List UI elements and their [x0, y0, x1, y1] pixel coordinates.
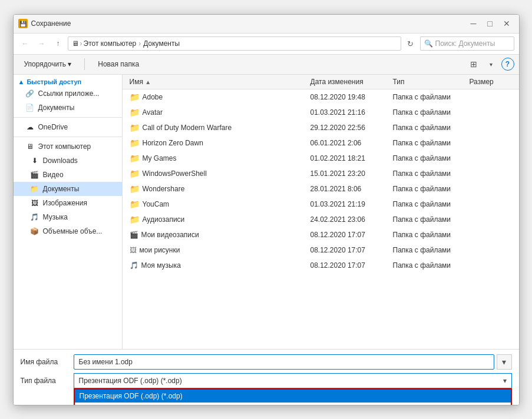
help-button[interactable]: ? [501, 58, 514, 71]
images-icon: 🖼 [30, 198, 39, 208]
file-date-cell: 15.01.2021 23:20 [308, 169, 391, 178]
view-dropdown-button[interactable]: ▾ [484, 56, 499, 72]
filename-input[interactable] [74, 354, 494, 370]
table-row[interactable]: 📁Adobe 08.12.2020 19:48 Папка с файлами [123, 89, 519, 105]
address-separator1: › [80, 39, 82, 48]
this-pc-icon: 🖥 [25, 142, 35, 151]
sidebar-item-documents2[interactable]: 📁 Документы [14, 182, 122, 196]
file-type-cell: Папка с файлами [391, 139, 467, 147]
address-separator2: › [138, 39, 141, 48]
sidebar-item-onedrive[interactable]: ☁ OneDrive [14, 120, 122, 134]
refresh-button[interactable]: ↻ [404, 36, 418, 51]
minimize-button[interactable]: ─ [466, 16, 481, 31]
new-folder-button[interactable]: Новая папка [92, 56, 145, 72]
table-row[interactable]: 🎵Моя музыка 08.12.2020 17:07 Папка с фай… [123, 258, 519, 273]
dropdown-option[interactable]: Шаблон презентации ODF (.otp) (*.otp) [75, 403, 511, 405]
sidebar-item-images[interactable]: 🖼 Изображения [14, 196, 122, 210]
file-type-cell: Папка с файлами [391, 93, 467, 101]
search-icon: 🔍 [424, 39, 433, 48]
table-row[interactable]: 📁Horizon Zero Dawn 06.01.2021 2:06 Папка… [123, 135, 519, 151]
sort-arrow: ▲ [145, 79, 151, 85]
toolbar-separator [84, 58, 85, 70]
file-date-cell: 29.12.2020 22:56 [308, 124, 391, 132]
file-name-cell: 🎵Моя музыка [127, 261, 308, 270]
sidebar-item-label: Документы [38, 104, 75, 112]
search-placeholder: Поиск: Документы [435, 39, 495, 48]
search-box[interactable]: 🔍 Поиск: Документы [420, 36, 514, 51]
folder-icon: 📁 [130, 184, 140, 194]
main-content: ▲ Быстрый доступ 🔗 Ссылки приложе... 📄 Д… [14, 75, 519, 349]
table-row[interactable]: 📁Call of Duty Modern Warfare 29.12.2020 … [123, 120, 519, 135]
filetype-dropdown-wrapper: Презентация ODF (.odp) (*.odp) ▾ Презент… [74, 373, 512, 388]
up-button[interactable]: ↑ [51, 36, 65, 51]
file-date-cell: 08.12.2020 17:07 [308, 261, 391, 270]
table-row[interactable]: 📁Аудиозаписи 24.02.2021 23:06 Папка с фа… [123, 212, 519, 227]
file-name-cell: 📁YouCam [127, 199, 308, 209]
sidebar-item-documents[interactable]: 📄 Документы [14, 101, 122, 115]
maximize-button[interactable]: □ [483, 16, 498, 31]
forward-button[interactable]: → [35, 36, 49, 51]
organize-button[interactable]: Упорядочить ▾ [18, 56, 78, 72]
table-row[interactable]: 📁WindowsPowerShell 15.01.2021 23:20 Папк… [123, 166, 519, 181]
file-list-header: Имя ▲ Дата изменения Тип Размер [123, 75, 519, 89]
window-controls: ─ □ ✕ [466, 16, 514, 31]
file-type-cell: Папка с файлами [391, 185, 467, 193]
file-name-cell: 🖼мои рисунки [127, 246, 308, 254]
header-name[interactable]: Имя ▲ [127, 75, 308, 89]
table-row[interactable]: 📁YouCam 01.03.2021 21:19 Папка с файлами [123, 197, 519, 212]
sidebar: ▲ Быстрый доступ 🔗 Ссылки приложе... 📄 Д… [14, 75, 123, 349]
table-row[interactable]: 🎬Мои видеозаписи 08.12.2020 17:07 Папка … [123, 227, 519, 242]
video-folder-icon: 🎬 [130, 231, 138, 239]
header-type[interactable]: Тип [391, 75, 467, 89]
file-type-cell: Папка с файлами [391, 261, 467, 270]
toolbar-right: ⊞ ▾ ? [466, 56, 514, 72]
view-options-button[interactable]: ⊞ [466, 56, 481, 72]
filetype-label: Тип файла [21, 377, 74, 385]
table-row[interactable]: 🖼мои рисунки 08.12.2020 17:07 Папка с фа… [123, 242, 519, 258]
folder-icon: 📁 [130, 138, 140, 148]
window-title: Сохранение [31, 19, 466, 28]
filename-dropdown-btn[interactable]: ▾ [497, 354, 512, 370]
sidebar-item-label: Видео [43, 171, 64, 179]
address-path[interactable]: 🖥 › Этот компьютер › Документы [68, 36, 401, 51]
address-folder-icon: 🖥 [72, 39, 79, 48]
file-name-cell: 📁Аудиозаписи [127, 215, 308, 224]
file-date-cell: 08.12.2020 17:07 [308, 246, 391, 254]
filetype-dropdown[interactable]: Презентация ODF (.odp) (*.odp) ▾ [74, 373, 512, 388]
back-button[interactable]: ← [18, 36, 32, 51]
folder-icon: 📁 [130, 199, 140, 209]
sidebar-item-label: Этот компьютер [38, 142, 91, 151]
table-row[interactable]: 📁My Games 01.02.2021 18:21 Папка с файла… [123, 151, 519, 166]
header-date[interactable]: Дата изменения [308, 75, 391, 89]
header-size[interactable]: Размер [467, 75, 514, 89]
quick-access-label: Быстрый доступ [27, 78, 81, 85]
sidebar-item-label: Документы [43, 185, 80, 193]
table-row[interactable]: 📁Avatar 01.03.2021 21:16 Папка с файлами [123, 105, 519, 120]
sidebar-item-video[interactable]: 🎬 Видео [14, 168, 122, 182]
sidebar-item-music[interactable]: 🎵 Музыка [14, 210, 122, 224]
quick-access-header[interactable]: ▲ Быстрый доступ [14, 75, 122, 87]
folder-icon: 📁 [130, 154, 140, 163]
quick-access-arrow: ▲ [18, 78, 25, 85]
filename-row: Имя файла ▾ [21, 354, 512, 370]
sidebar-item-label: Downloads [43, 157, 78, 165]
window-icon: 💾 [18, 19, 28, 28]
file-type-cell: Папка с файлами [391, 231, 467, 239]
sidebar-item-this-pc[interactable]: 🖥 Этот компьютер [14, 139, 122, 154]
sidebar-item-links[interactable]: 🔗 Ссылки приложе... [14, 87, 122, 101]
file-type-cell: Папка с файлами [391, 108, 467, 117]
objects3d-icon: 📦 [30, 227, 39, 236]
dropdown-option[interactable]: Презентация ODF (.odp) (*.odp) [75, 390, 511, 403]
file-date-cell: 24.02.2021 23:06 [308, 215, 391, 224]
title-bar: 💾 Сохранение ─ □ ✕ [14, 15, 519, 34]
sidebar-item-downloads[interactable]: ⬇ Downloads [14, 154, 122, 168]
table-row[interactable]: 📁Wondershare 28.01.2021 8:06 Папка с фай… [123, 181, 519, 197]
sidebar-item-label: OneDrive [38, 123, 68, 131]
close-button[interactable]: ✕ [499, 16, 514, 31]
filetype-row: Тип файла Презентация ODF (.odp) (*.odp)… [21, 373, 512, 388]
folder-icon: 📁 [130, 169, 140, 178]
file-name-cell: 📁WindowsPowerShell [127, 169, 308, 178]
sidebar-item-objects3d[interactable]: 📦 Объемные объе... [14, 224, 122, 238]
file-type-cell: Папка с файлами [391, 169, 467, 178]
file-name-cell: 📁My Games [127, 154, 308, 163]
